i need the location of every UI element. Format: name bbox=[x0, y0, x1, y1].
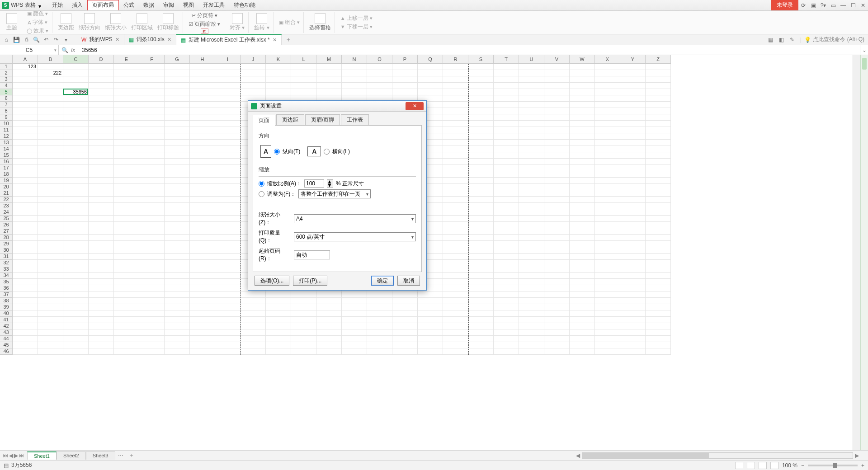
dialog-titlebar[interactable]: 页面设置 ✕ bbox=[248, 101, 426, 112]
dialog-overlay: 页面设置 ✕ 页面页边距页眉/页脚工作表 方向 A 纵向(T) A 横向(L) bbox=[0, 0, 868, 470]
scale-group-label: 缩放 bbox=[259, 166, 416, 174]
orientation-group-label: 方向 bbox=[259, 132, 416, 140]
fit-combo[interactable]: 将整个工作表打印在一页 bbox=[298, 189, 371, 198]
print-button[interactable]: 打印(P)... bbox=[293, 276, 327, 286]
dialog-app-icon bbox=[251, 103, 257, 109]
cancel-button[interactable]: 取消 bbox=[397, 276, 420, 286]
landscape-preview-icon: A bbox=[307, 146, 321, 156]
portrait-label: 纵向(T) bbox=[283, 148, 300, 155]
ok-button[interactable]: 确定 bbox=[371, 276, 394, 286]
fit-combo-value: 将整个工作表打印在一页 bbox=[301, 190, 360, 198]
dialog-close-button[interactable]: ✕ bbox=[406, 102, 424, 110]
scale-ratio-radio[interactable] bbox=[259, 181, 264, 187]
fit-radio[interactable] bbox=[259, 191, 264, 197]
dialog-title: 页面设置 bbox=[260, 102, 282, 110]
scale-suffix: % 正常尺寸 bbox=[336, 180, 364, 188]
scale-value-input[interactable] bbox=[304, 179, 324, 188]
landscape-radio[interactable] bbox=[324, 149, 330, 155]
options-button[interactable]: 选项(O)... bbox=[255, 276, 289, 286]
start-page-label: 起始页码(R)： bbox=[259, 247, 291, 263]
scale-spinner[interactable]: ▲▼ bbox=[327, 179, 333, 188]
page-setup-dialog: 页面设置 ✕ 页面页边距页眉/页脚工作表 方向 A 纵向(T) A 横向(L) bbox=[248, 100, 427, 291]
portrait-radio[interactable] bbox=[274, 149, 280, 155]
fit-label: 调整为(F)： bbox=[267, 190, 296, 198]
start-page-input[interactable] bbox=[294, 250, 330, 259]
scale-ratio-label: 缩放比例(A)： bbox=[267, 180, 302, 188]
paper-size-value: A4 bbox=[296, 216, 303, 222]
landscape-label: 横向(L) bbox=[332, 148, 350, 155]
print-quality-label: 打印质量(Q)： bbox=[259, 229, 291, 244]
paper-size-label: 纸张大小(Z)： bbox=[259, 211, 291, 226]
print-quality-value: 600 点/英寸 bbox=[296, 233, 325, 241]
print-quality-combo[interactable]: 600 点/英寸 bbox=[294, 232, 416, 241]
portrait-preview-icon: A bbox=[260, 145, 271, 158]
dialog-page: 方向 A 纵向(T) A 横向(L) 缩放 bbox=[253, 126, 422, 272]
dialog-tabs: 页面页边距页眉/页脚工作表 bbox=[253, 114, 422, 126]
dialog-tab-2[interactable]: 页眉/页脚 bbox=[305, 114, 340, 125]
paper-size-combo[interactable]: A4 bbox=[294, 214, 416, 223]
dialog-tab-0[interactable]: 页面 bbox=[253, 115, 275, 126]
dialog-tab-1[interactable]: 页边距 bbox=[276, 114, 304, 125]
dialog-tab-3[interactable]: 工作表 bbox=[341, 114, 369, 125]
